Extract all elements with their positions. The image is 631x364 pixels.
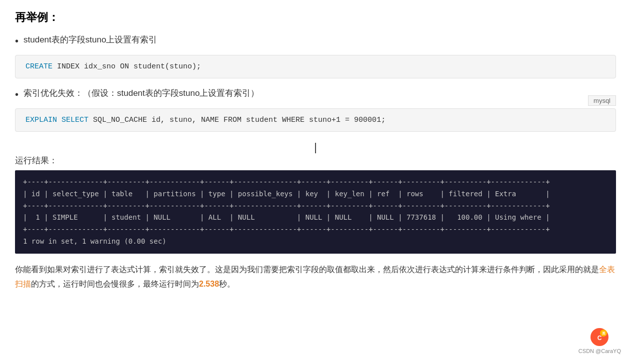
bullet-item-1: • student表的字段stuno上设置有索引 (15, 34, 616, 48)
bullet-text-2: 索引优化失效：（假设：student表的字段stuno上设置有索引） (24, 87, 259, 99)
text-cursor: | (314, 141, 317, 154)
description-block: 你能看到如果对索引进行了表达式计算，索引就失效了。这是因为我们需要把索引字段的取… (15, 263, 616, 292)
desc-part3: 秒。 (219, 280, 235, 288)
desc-part2: 的方式，运行时间也会慢很多，最终运行时间为 (31, 280, 199, 288)
bullet-dot-2: • (15, 87, 18, 101)
result-label: 运行结果： (15, 155, 616, 166)
main-content: 再举例： • student表的字段stuno上设置有索引 CREATE IND… (15, 10, 616, 291)
cursor-line: | (15, 141, 616, 154)
terminal-block: +----+-------------+---------+----------… (15, 170, 616, 254)
code-explain: EXPLAIN (26, 116, 57, 124)
code-create: CREATE (26, 62, 52, 71)
mysql-tag: mysql (588, 95, 616, 106)
code-rest2: SQL_NO_CACHE id, stuno, NAME FROM studen… (88, 116, 386, 124)
bullet-text-1: student表的字段stuno上设置有索引 (24, 34, 157, 45)
highlight-number: 2.538 (199, 280, 219, 288)
code-block-2: EXPLAIN SELECT SQL_NO_CACHE id, stuno, N… (15, 108, 616, 132)
bullet-item-2: • 索引优化失效：（假设：student表的字段stuno上设置有索引） (15, 87, 616, 101)
terminal-content: +----+-------------+---------+----------… (15, 170, 616, 254)
code-mysql-wrapper: mysql EXPLAIN SELECT SQL_NO_CACHE id, st… (15, 108, 616, 132)
desc-part1: 你能看到如果对索引进行了表达式计算，索引就失效了。这是因为我们需要把索引字段的取… (15, 265, 599, 274)
code-rest1: INDEX idx_sno ON student(stuno); (52, 62, 201, 71)
code-block-1: CREATE INDEX idx_sno ON student(stuno); (15, 55, 616, 78)
section-title: 再举例： (15, 10, 616, 25)
code-select: SELECT (57, 116, 88, 124)
bullet-dot-1: • (15, 34, 18, 48)
